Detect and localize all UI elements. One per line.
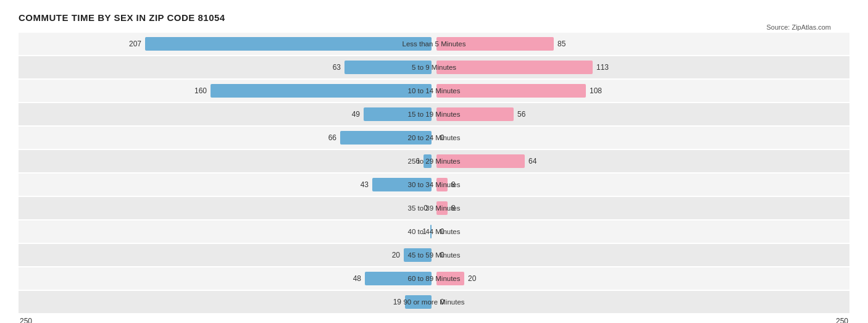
- bar-area: 207 Less than 5 Minutes 85: [19, 33, 849, 55]
- female-value: 0: [440, 251, 457, 259]
- bar-area: 49 15 to 19 Minutes 56: [19, 103, 849, 125]
- chart-row-wrapper: 6 25 to 29 Minutes 64: [19, 150, 849, 172]
- chart-container: 207 Less than 5 Minutes 85 63: [19, 33, 849, 313]
- male-bar: [344, 61, 432, 74]
- male-value: 6: [403, 157, 420, 166]
- female-bar: [436, 61, 593, 74]
- female-value: 64: [528, 157, 546, 166]
- chart-title: COMMUTE TIME BY SEX IN ZIP CODE 81054: [19, 12, 849, 23]
- chart-row-wrapper: 63 5 to 9 Minutes 113: [19, 56, 849, 78]
- left-side: 43: [19, 176, 434, 193]
- right-side: 56: [434, 106, 849, 123]
- male-bar: [405, 295, 432, 309]
- female-bar: [436, 272, 464, 285]
- left-side: 0: [19, 199, 434, 217]
- male-value: 19: [384, 298, 401, 306]
- bar-area: 19 90 or more Minutes 0: [19, 291, 849, 313]
- chart-row: 207 Less than 5 Minutes 85: [19, 33, 849, 55]
- male-bar: [372, 178, 432, 191]
- female-value: 108: [590, 86, 607, 95]
- left-side: 66: [19, 129, 434, 146]
- chart-row: 20 45 to 59 Minutes 0: [19, 244, 849, 266]
- chart-row-wrapper: 20 45 to 59 Minutes 0: [19, 244, 849, 266]
- chart-row: 1 40 to 44 Minutes 0: [19, 220, 849, 243]
- axis-left: 250: [20, 317, 32, 323]
- male-bar: [364, 107, 432, 121]
- female-bar: [436, 107, 514, 121]
- right-side: 113: [434, 59, 849, 76]
- male-value: 66: [319, 133, 336, 142]
- bar-area: 6 25 to 29 Minutes 64: [19, 150, 849, 172]
- left-side: 160: [19, 82, 434, 99]
- left-side: 207: [19, 35, 434, 52]
- chart-row: 63 5 to 9 Minutes 113: [19, 56, 849, 78]
- left-side: 1: [19, 223, 434, 240]
- male-bar: [340, 131, 432, 145]
- right-side: 20: [434, 270, 849, 287]
- chart-row-wrapper: 48 60 to 89 Minutes 20: [19, 267, 849, 290]
- bar-area: 0 35 to 39 Minutes 8: [19, 197, 849, 219]
- bar-area: 160 10 to 14 Minutes 108: [19, 80, 849, 102]
- male-bar: [365, 272, 432, 285]
- bar-area: 63 5 to 9 Minutes 113: [19, 56, 849, 78]
- right-side: 0: [434, 223, 849, 240]
- female-value: 113: [596, 63, 614, 72]
- right-side: 0: [434, 129, 849, 146]
- chart-row-wrapper: 160 10 to 14 Minutes 108: [19, 80, 849, 102]
- female-value: 0: [440, 298, 457, 306]
- chart-row: 160 10 to 14 Minutes 108: [19, 80, 849, 102]
- female-bar: [436, 154, 525, 168]
- chart-row-wrapper: 43 30 to 34 Minutes 8: [19, 174, 849, 196]
- chart-row: 6 25 to 29 Minutes 64: [19, 150, 849, 172]
- male-value: 43: [351, 180, 369, 189]
- left-side: 19: [19, 293, 434, 311]
- bar-area: 20 45 to 59 Minutes 0: [19, 244, 849, 266]
- male-value: 207: [124, 40, 141, 48]
- male-value: 0: [411, 204, 428, 212]
- chart-row: 0 35 to 39 Minutes 8: [19, 197, 849, 219]
- chart-row-wrapper: 19 90 or more Minutes 0: [19, 291, 849, 313]
- left-side: 49: [19, 106, 434, 123]
- left-side: 63: [19, 59, 434, 76]
- male-bar: [424, 154, 432, 168]
- chart-row: 19 90 or more Minutes 0: [19, 291, 849, 313]
- female-value: 85: [557, 40, 575, 48]
- male-value: 48: [344, 274, 361, 283]
- female-value: 8: [451, 180, 469, 189]
- female-value: 8: [451, 204, 469, 212]
- male-bar: [145, 37, 432, 51]
- chart-row: 43 30 to 34 Minutes 8: [19, 174, 849, 196]
- male-value: 160: [190, 86, 207, 95]
- source-label: Source: ZipAtlas.com: [766, 23, 831, 31]
- male-value: 63: [323, 63, 341, 72]
- right-side: 8: [434, 199, 849, 217]
- left-side: 20: [19, 246, 434, 264]
- right-side: 8: [434, 176, 849, 193]
- female-value: 56: [517, 110, 535, 119]
- female-bar: [436, 84, 586, 98]
- bar-area: 66 20 to 24 Minutes 0: [19, 127, 849, 149]
- bar-area: 1 40 to 44 Minutes 0: [19, 220, 849, 243]
- chart-row-wrapper: 1 40 to 44 Minutes 0: [19, 220, 849, 243]
- male-value: 1: [409, 227, 427, 236]
- female-bar: [436, 201, 448, 215]
- right-side: 108: [434, 82, 849, 99]
- female-value: 0: [440, 133, 457, 142]
- bar-area: 43 30 to 34 Minutes 8: [19, 174, 849, 196]
- chart-row-wrapper: 0 35 to 39 Minutes 8: [19, 197, 849, 219]
- female-value: 20: [468, 274, 485, 283]
- right-side: 85: [434, 35, 849, 52]
- chart-row: 48 60 to 89 Minutes 20: [19, 267, 849, 290]
- axis-row: 250 250: [19, 317, 849, 323]
- left-side: 6: [19, 153, 434, 170]
- male-bar: [404, 248, 432, 262]
- chart-row-wrapper: 207 Less than 5 Minutes 85: [19, 33, 849, 55]
- male-bar: [430, 225, 432, 238]
- chart-row: 66 20 to 24 Minutes 0: [19, 127, 849, 149]
- male-value: 49: [343, 110, 360, 119]
- left-side: 48: [19, 270, 434, 287]
- axis-right: 250: [836, 317, 848, 323]
- chart-row-wrapper: 49 15 to 19 Minutes 56: [19, 103, 849, 125]
- female-bar: [436, 37, 554, 51]
- male-bar: [211, 84, 432, 98]
